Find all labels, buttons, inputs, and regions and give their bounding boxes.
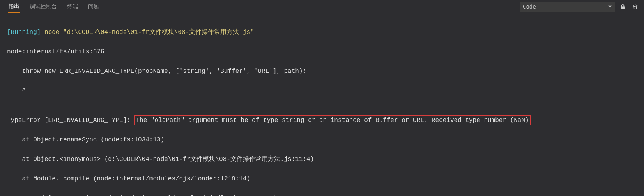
- output-line: at Module._extensions..js (node:internal…: [7, 194, 637, 196]
- panel-header: 输出 调试控制台 终端 问题 Code: [0, 0, 644, 13]
- output-line: node:internal/fs/utils:676: [7, 47, 637, 57]
- chevron-down-icon: [608, 5, 612, 9]
- output-line: at Object.renameSync (node:fs:1034:13): [7, 135, 637, 145]
- output-line: at Module._compile (node:internal/module…: [7, 174, 637, 184]
- output-line: [Running] node "d:\CODER\04-node\01-fr文件…: [7, 28, 637, 37]
- error-message-highlighted: The "oldPath" argument must be of type s…: [134, 115, 530, 125]
- tab-problems[interactable]: 问题: [87, 1, 100, 12]
- tab-terminal[interactable]: 终端: [66, 1, 79, 12]
- tab-debug-console[interactable]: 调试控制台: [29, 1, 58, 12]
- panel-tabs: 输出 调试控制台 终端 问题: [4, 0, 100, 13]
- output-channel-selected: Code: [523, 4, 536, 10]
- output-area[interactable]: [Running] node "d:\CODER\04-node\01-fr文件…: [0, 13, 644, 196]
- output-channel-dropdown[interactable]: Code: [520, 2, 615, 12]
- running-cmd: node "d:\CODER\04-node\01-fr文件模块\08-文件操作…: [41, 29, 254, 36]
- error-prefix: TypeError [ERR_INVALID_ARG_TYPE]:: [7, 117, 134, 124]
- running-tag: [Running]: [7, 29, 41, 36]
- output-line: ^: [7, 86, 637, 96]
- output-line: throw new ERR_INVALID_ARG_TYPE(propName,…: [7, 67, 637, 76]
- output-error-line: TypeError [ERR_INVALID_ARG_TYPE]: The "o…: [7, 115, 637, 125]
- panel-header-actions: Code: [520, 1, 640, 12]
- tab-output[interactable]: 输出: [8, 0, 20, 13]
- output-line: at Object.<anonymous> (d:\CODER\04-node\…: [7, 155, 637, 164]
- lock-icon[interactable]: [617, 2, 628, 12]
- clear-output-icon[interactable]: [630, 2, 640, 12]
